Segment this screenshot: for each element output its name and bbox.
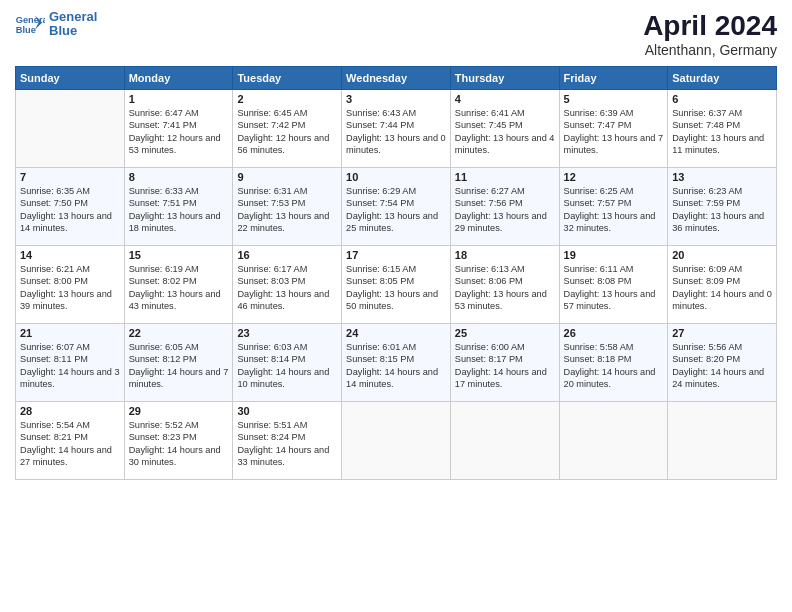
sunrise: Sunrise: 6:33 AM <box>129 186 199 196</box>
sunrise: Sunrise: 6:35 AM <box>20 186 90 196</box>
sunset: Sunset: 7:45 PM <box>455 120 523 130</box>
sunset: Sunset: 8:09 PM <box>672 276 740 286</box>
table-row: 13 Sunrise: 6:23 AM Sunset: 7:59 PM Dayl… <box>668 168 777 246</box>
table-row: 30 Sunrise: 5:51 AM Sunset: 8:24 PM Dayl… <box>233 402 342 480</box>
day-info: Sunrise: 6:23 AM Sunset: 7:59 PM Dayligh… <box>672 185 772 235</box>
day-number: 3 <box>346 93 446 105</box>
table-row: 4 Sunrise: 6:41 AM Sunset: 7:45 PM Dayli… <box>450 90 559 168</box>
sunrise: Sunrise: 5:52 AM <box>129 420 199 430</box>
logo-text: General Blue <box>49 10 97 39</box>
day-number: 17 <box>346 249 446 261</box>
daylight: Daylight: 13 hours and 4 minutes. <box>455 133 555 155</box>
day-number: 11 <box>455 171 555 183</box>
sunset: Sunset: 7:51 PM <box>129 198 197 208</box>
sunset: Sunset: 8:02 PM <box>129 276 197 286</box>
day-info: Sunrise: 6:11 AM Sunset: 8:08 PM Dayligh… <box>564 263 664 313</box>
day-info: Sunrise: 6:05 AM Sunset: 8:12 PM Dayligh… <box>129 341 229 391</box>
sunrise: Sunrise: 6:09 AM <box>672 264 742 274</box>
day-info: Sunrise: 6:29 AM Sunset: 7:54 PM Dayligh… <box>346 185 446 235</box>
sunset: Sunset: 8:06 PM <box>455 276 523 286</box>
calendar-week-row: 21 Sunrise: 6:07 AM Sunset: 8:11 PM Dayl… <box>16 324 777 402</box>
sunset: Sunset: 7:41 PM <box>129 120 197 130</box>
table-row <box>450 402 559 480</box>
day-info: Sunrise: 6:31 AM Sunset: 7:53 PM Dayligh… <box>237 185 337 235</box>
table-row: 21 Sunrise: 6:07 AM Sunset: 8:11 PM Dayl… <box>16 324 125 402</box>
day-info: Sunrise: 6:03 AM Sunset: 8:14 PM Dayligh… <box>237 341 337 391</box>
table-row: 9 Sunrise: 6:31 AM Sunset: 7:53 PM Dayli… <box>233 168 342 246</box>
day-number: 4 <box>455 93 555 105</box>
sunset: Sunset: 8:15 PM <box>346 354 414 364</box>
sunset: Sunset: 7:47 PM <box>564 120 632 130</box>
day-info: Sunrise: 6:41 AM Sunset: 7:45 PM Dayligh… <box>455 107 555 157</box>
sunset: Sunset: 8:08 PM <box>564 276 632 286</box>
sunrise: Sunrise: 6:25 AM <box>564 186 634 196</box>
day-number: 23 <box>237 327 337 339</box>
sunrise: Sunrise: 6:17 AM <box>237 264 307 274</box>
sunrise: Sunrise: 5:58 AM <box>564 342 634 352</box>
sunrise: Sunrise: 6:07 AM <box>20 342 90 352</box>
day-info: Sunrise: 6:09 AM Sunset: 8:09 PM Dayligh… <box>672 263 772 313</box>
sunrise: Sunrise: 6:39 AM <box>564 108 634 118</box>
daylight: Daylight: 13 hours and 7 minutes. <box>564 133 664 155</box>
daylight: Daylight: 13 hours and 0 minutes. <box>346 133 446 155</box>
day-number: 6 <box>672 93 772 105</box>
sunrise: Sunrise: 6:00 AM <box>455 342 525 352</box>
day-number: 22 <box>129 327 229 339</box>
calendar-week-row: 28 Sunrise: 5:54 AM Sunset: 8:21 PM Dayl… <box>16 402 777 480</box>
day-number: 16 <box>237 249 337 261</box>
calendar-week-row: 14 Sunrise: 6:21 AM Sunset: 8:00 PM Dayl… <box>16 246 777 324</box>
col-friday: Friday <box>559 67 668 90</box>
col-saturday: Saturday <box>668 67 777 90</box>
day-info: Sunrise: 6:33 AM Sunset: 7:51 PM Dayligh… <box>129 185 229 235</box>
day-number: 5 <box>564 93 664 105</box>
daylight: Daylight: 13 hours and 36 minutes. <box>672 211 764 233</box>
day-info: Sunrise: 6:35 AM Sunset: 7:50 PM Dayligh… <box>20 185 120 235</box>
sunrise: Sunrise: 6:11 AM <box>564 264 634 274</box>
day-number: 30 <box>237 405 337 417</box>
day-number: 26 <box>564 327 664 339</box>
day-number: 15 <box>129 249 229 261</box>
day-info: Sunrise: 6:21 AM Sunset: 8:00 PM Dayligh… <box>20 263 120 313</box>
daylight: Daylight: 13 hours and 43 minutes. <box>129 289 221 311</box>
daylight: Daylight: 13 hours and 53 minutes. <box>455 289 547 311</box>
table-row: 7 Sunrise: 6:35 AM Sunset: 7:50 PM Dayli… <box>16 168 125 246</box>
sunset: Sunset: 8:05 PM <box>346 276 414 286</box>
header: General Blue General Blue April 2024 Alt… <box>15 10 777 58</box>
sunrise: Sunrise: 6:37 AM <box>672 108 742 118</box>
table-row: 1 Sunrise: 6:47 AM Sunset: 7:41 PM Dayli… <box>124 90 233 168</box>
table-row <box>342 402 451 480</box>
sunset: Sunset: 8:24 PM <box>237 432 305 442</box>
sunset: Sunset: 8:17 PM <box>455 354 523 364</box>
sunrise: Sunrise: 6:03 AM <box>237 342 307 352</box>
day-number: 1 <box>129 93 229 105</box>
daylight: Daylight: 13 hours and 39 minutes. <box>20 289 112 311</box>
sunrise: Sunrise: 6:27 AM <box>455 186 525 196</box>
sunrise: Sunrise: 6:05 AM <box>129 342 199 352</box>
table-row: 22 Sunrise: 6:05 AM Sunset: 8:12 PM Dayl… <box>124 324 233 402</box>
col-tuesday: Tuesday <box>233 67 342 90</box>
day-number: 20 <box>672 249 772 261</box>
sunset: Sunset: 8:12 PM <box>129 354 197 364</box>
col-wednesday: Wednesday <box>342 67 451 90</box>
day-number: 21 <box>20 327 120 339</box>
table-row <box>16 90 125 168</box>
sunset: Sunset: 7:56 PM <box>455 198 523 208</box>
table-row: 24 Sunrise: 6:01 AM Sunset: 8:15 PM Dayl… <box>342 324 451 402</box>
svg-text:Blue: Blue <box>16 25 36 34</box>
daylight: Daylight: 13 hours and 50 minutes. <box>346 289 438 311</box>
col-monday: Monday <box>124 67 233 90</box>
day-info: Sunrise: 6:45 AM Sunset: 7:42 PM Dayligh… <box>237 107 337 157</box>
calendar-title: April 2024 <box>643 10 777 42</box>
daylight: Daylight: 13 hours and 11 minutes. <box>672 133 764 155</box>
table-row: 5 Sunrise: 6:39 AM Sunset: 7:47 PM Dayli… <box>559 90 668 168</box>
day-number: 27 <box>672 327 772 339</box>
day-number: 13 <box>672 171 772 183</box>
sunrise: Sunrise: 6:31 AM <box>237 186 307 196</box>
title-block: April 2024 Altenthann, Germany <box>643 10 777 58</box>
table-row: 3 Sunrise: 6:43 AM Sunset: 7:44 PM Dayli… <box>342 90 451 168</box>
table-row: 23 Sunrise: 6:03 AM Sunset: 8:14 PM Dayl… <box>233 324 342 402</box>
day-number: 28 <box>20 405 120 417</box>
sunrise: Sunrise: 6:47 AM <box>129 108 199 118</box>
daylight: Daylight: 14 hours and 17 minutes. <box>455 367 547 389</box>
day-number: 18 <box>455 249 555 261</box>
